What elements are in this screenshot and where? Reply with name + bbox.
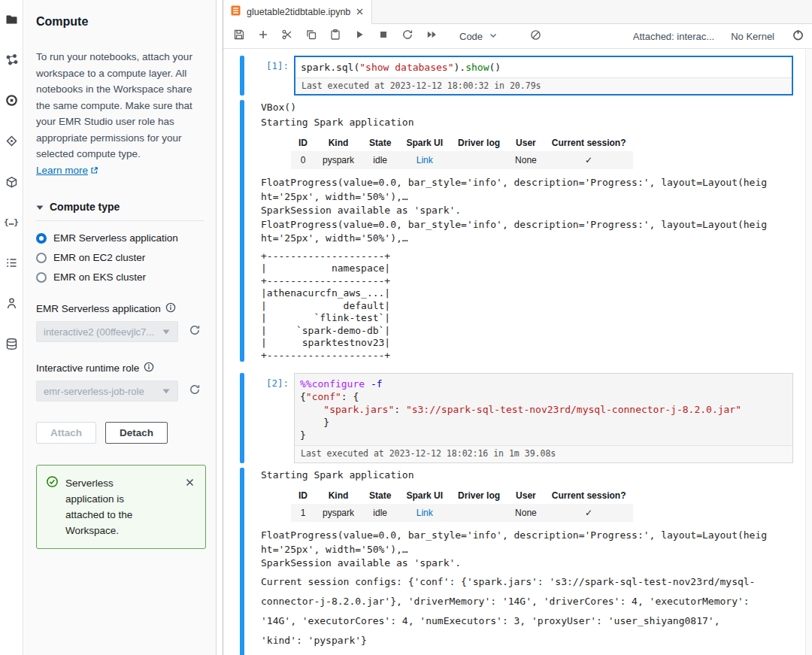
radio-option[interactable]: EMR Serverless application [36, 232, 204, 244]
run-cell-button[interactable] [353, 29, 366, 43]
select-caret-icon [162, 326, 171, 338]
notebook-scrollbar[interactable] [805, 49, 812, 655]
radio-icon[interactable] [36, 253, 47, 263]
notebook-file-icon [230, 5, 241, 20]
code-editor[interactable]: %%configure -f{"conf": { "spark.jars": "… [294, 373, 793, 462]
kernel-status-icon [792, 29, 804, 44]
paste-cell-button[interactable] [329, 29, 342, 43]
add-cell-button[interactable] [256, 29, 270, 43]
code-area[interactable]: %%configure -f{"conf": { "spark.jars": "… [295, 374, 792, 445]
radio-option[interactable]: EMR on EKS cluster [36, 271, 204, 283]
refresh-icon [188, 383, 201, 399]
execution-count: [1]: [244, 56, 294, 96]
chevron-down-icon [36, 201, 44, 213]
git-diamond-icon [5, 134, 19, 148]
info-icon[interactable] [165, 302, 176, 315]
fast-forward-icon [426, 29, 438, 44]
session-info-table: IDKindStateSpark UIDriver logUserCurrent… [291, 487, 633, 522]
rail-item-package[interactable] [0, 173, 23, 190]
braces-icon: {…} [4, 217, 19, 227]
spark-ui-link[interactable]: Link [398, 151, 450, 169]
copy-cell-button[interactable] [304, 29, 318, 43]
interrupt-kernel-button[interactable] [377, 29, 390, 43]
compute-type-section-header[interactable]: Compute type [36, 201, 204, 221]
serverless-app-label: EMR Serverless application [36, 302, 204, 315]
save-icon [233, 29, 245, 44]
tab-close-icon[interactable] [356, 5, 364, 19]
notebook-workspace: gluetable2tidbtable.ipynb Code Attached:… [223, 0, 812, 655]
paste-icon [329, 29, 341, 44]
select-caret-icon [162, 386, 171, 397]
output-text: Starting Spark application [261, 468, 796, 483]
panel-title: Compute [36, 15, 204, 29]
output-text: VBox() Starting Spark application [261, 100, 796, 129]
radio-label: EMR on EC2 cluster [53, 252, 145, 263]
radio-option[interactable]: EMR on EC2 cluster [36, 252, 204, 263]
rail-item-assistant[interactable] [0, 295, 23, 311]
output-text: FloatProgress(value=0.0, bar_style='info… [261, 529, 796, 571]
radio-selected-icon[interactable] [36, 233, 47, 244]
running-sessions-icon [5, 93, 19, 108]
rail-item-data[interactable] [0, 335, 23, 352]
notebook-tab[interactable]: gluetable2tidbtable.ipynb [223, 0, 372, 24]
session-info-table: IDKindStateSpark UIDriver logUserCurrent… [291, 135, 633, 169]
success-alert: Serverless application is attached to th… [36, 465, 206, 549]
output-text: FloatProgress(value=0.0, bar_style='info… [261, 176, 796, 246]
slash-circle-icon [529, 29, 542, 44]
database-icon [5, 337, 19, 351]
rail-item-commands[interactable]: {…} [0, 214, 23, 230]
activity-rail: {…} [0, 0, 23, 655]
execution-count: [2]: [244, 373, 294, 462]
runtime-role-select[interactable]: emr-serverless-job-role [36, 381, 178, 402]
dropdown-caret-icon [488, 31, 498, 42]
compute-type-radio-group: EMR Serverless applicationEMR on EC2 clu… [36, 232, 204, 283]
restart-kernel-button[interactable] [401, 29, 414, 43]
folder-icon [5, 12, 19, 26]
tab-bar: gluetable2tidbtable.ipynb [223, 0, 812, 24]
spark-ui-link[interactable]: Link [398, 504, 450, 522]
rail-item-git[interactable] [0, 132, 23, 149]
attach-button[interactable]: Attach [36, 422, 96, 444]
tab-title: gluetable2tidbtable.ipynb [247, 7, 350, 17]
cell-type-dropdown[interactable]: Code [459, 31, 498, 42]
cut-cell-button[interactable] [280, 29, 294, 43]
save-button[interactable] [232, 29, 246, 43]
person-icon [5, 296, 19, 311]
execution-time: Last executed at 2023-12-12 18:02:16 in … [295, 445, 792, 462]
output-ascii-table: +--------------------+ | namespace| +---… [261, 250, 796, 362]
radio-label: EMR Serverless application [53, 232, 178, 244]
alert-close-button[interactable] [183, 475, 196, 489]
copy-icon [305, 29, 317, 44]
code-editor[interactable]: spark.sql("show databases").show() Last … [294, 56, 793, 96]
restart-icon [401, 29, 414, 44]
cell-1-output: VBox() Starting Spark application IDKind… [223, 100, 805, 362]
kernel-status-label[interactable]: No Kernel [731, 31, 774, 42]
external-link-icon [88, 165, 98, 176]
code-cell-2: [2]: %%configure -f{"conf": { "spark.jar… [223, 373, 805, 462]
detach-button[interactable]: Detach [105, 422, 168, 444]
code-cell-1: [1]: spark.sql("show databases").show() … [223, 56, 805, 96]
rail-item-running[interactable] [0, 92, 23, 108]
compute-intro: To run your notebooks, attach your works… [36, 49, 204, 178]
info-icon[interactable] [144, 362, 154, 375]
spark-monitor-button[interactable] [529, 29, 542, 43]
refresh-applications-button[interactable] [186, 323, 204, 341]
rail-item-toc[interactable] [0, 254, 23, 271]
alert-message: Serverless application is attached to th… [65, 475, 154, 538]
output-text: Current session configs: {'conf': {'spar… [261, 572, 796, 650]
serverless-app-select[interactable]: interactive2 (00ffeevjlc7... [36, 321, 178, 342]
rail-item-files[interactable] [0, 11, 23, 27]
radio-label: EMR on EKS cluster [53, 271, 146, 283]
code-area[interactable]: spark.sql("show databases").show() [295, 57, 792, 77]
rail-item-cluster[interactable] [0, 51, 23, 68]
panel-resize-gutter[interactable] [217, 0, 223, 655]
notebook-toolbar: Code Attached: interac... No Kernel [223, 24, 812, 49]
stop-icon [377, 29, 389, 44]
learn-more-link[interactable]: Learn more [36, 165, 98, 176]
restart-run-all-button[interactable] [425, 29, 438, 43]
notebook-scroll-area: [1]: spark.sql("show databases").show() … [223, 49, 805, 655]
radio-icon[interactable] [36, 272, 47, 283]
kernel-status-button[interactable] [791, 29, 804, 43]
refresh-roles-button[interactable] [186, 382, 204, 400]
attached-status: Attached: interac... [633, 31, 714, 42]
